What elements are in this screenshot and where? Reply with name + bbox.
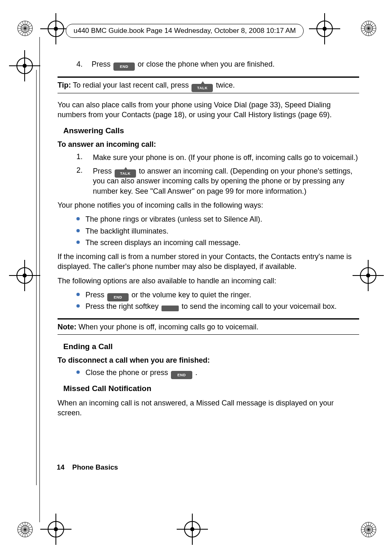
- step-4-text-after: or close the phone when you are finished…: [138, 60, 274, 68]
- tip-block: Tip: To redial your last recent call, pr…: [58, 80, 359, 90]
- registration-mark-bottom-right: [360, 521, 377, 538]
- crosshair-left-upper: [16, 58, 33, 74]
- tip-label: Tip:: [58, 81, 71, 89]
- option-2-before: Press the right softkey: [85, 302, 161, 310]
- tip-text-before: To redial your last recent call, press: [73, 81, 191, 89]
- option-1-before: Press: [85, 291, 106, 299]
- crosshair-right-mid: [360, 267, 376, 284]
- note-label: Note:: [58, 323, 76, 331]
- ending-call-heading: Ending a Call: [63, 341, 359, 352]
- missed-call-para: When an incoming call is not answered, a…: [58, 398, 359, 418]
- crosshair-bottom-left2: [48, 521, 64, 537]
- registration-mark-top-left: [16, 20, 34, 37]
- option-2: Press the right softkey to send the inco…: [76, 301, 359, 311]
- answer-step-1-text: Make sure your phone is on. (If your pho…: [93, 153, 359, 162]
- to-answer-subhead: To answer an incoming call:: [58, 139, 359, 149]
- crop-line-left2: [36, 70, 37, 485]
- answer-step-2-before: Press: [93, 167, 114, 175]
- notify-item-3: The screen displays an incoming call mes…: [76, 238, 359, 248]
- notify-item-1: The phone rings or vibrates (unless set …: [76, 214, 359, 224]
- notify-lead: Your phone notifies you of incoming call…: [58, 200, 359, 210]
- contacts-para: If the incoming call is from a number st…: [58, 252, 359, 272]
- answer-step-2: 2. Press TALK to answer an incoming call…: [76, 165, 359, 196]
- page-number: 14: [57, 463, 65, 471]
- note-block: Note: When your phone is off, incoming c…: [58, 322, 359, 332]
- section-name: Phone Basics: [72, 463, 118, 471]
- end-key-icon: END: [171, 369, 192, 377]
- page-footer: 14 Phone Basics: [57, 463, 118, 472]
- voice-dial-para: You can also place calls from your phone…: [58, 100, 359, 120]
- end-key-icon: END: [107, 291, 129, 299]
- note-rule-bottom: [58, 334, 359, 335]
- ending-before: Close the phone or press: [85, 368, 170, 377]
- running-header-text: u440 BMC Guide.book Page 14 Wednesday, O…: [66, 24, 304, 38]
- options-list: Press END or the volume key to quiet the…: [76, 290, 359, 312]
- missed-call-heading: Missed Call Notification: [63, 383, 359, 394]
- options-lead: The following options are also available…: [58, 276, 359, 286]
- to-disconnect-subhead: To disconnect a call when you are finish…: [58, 355, 359, 365]
- answer-step-2-num: 2.: [76, 165, 90, 175]
- page-content: 4. Press END or close the phone when you…: [58, 58, 359, 422]
- answer-step-1-num: 1.: [76, 152, 90, 162]
- step-4: 4. Press END or close the phone when you…: [76, 59, 359, 69]
- talk-key-icon: TALK: [115, 167, 136, 176]
- notify-item-2: The backlight illuminates.: [76, 226, 359, 236]
- option-1: Press END or the volume key to quiet the…: [76, 290, 359, 300]
- ending-list: Close the phone or press END .: [76, 368, 359, 377]
- note-rule-top: [58, 318, 359, 320]
- page-root: { "header": { "running_text": "u440 BMC …: [0, 0, 392, 558]
- ending-item: Close the phone or press END .: [76, 368, 359, 377]
- registration-mark-top-right: [360, 20, 377, 37]
- answering-calls-heading: Answering Calls: [63, 125, 359, 136]
- option-1-after: or the volume key to quiet the ringer.: [131, 291, 251, 299]
- step-4-text-before: Press: [92, 60, 113, 68]
- ending-after: .: [195, 368, 197, 377]
- tip-text-after: twice.: [216, 81, 235, 89]
- registration-mark-bottom-left: [16, 521, 34, 538]
- crosshair-bottom-center: [184, 521, 201, 537]
- tip-rule-top: [58, 76, 359, 78]
- crosshair-left-mid: [16, 267, 33, 284]
- notify-list: The phone rings or vibrates (unless set …: [76, 214, 359, 248]
- step-4-num: 4.: [76, 59, 90, 69]
- tip-rule-bottom: [58, 93, 359, 93]
- running-header: u440 BMC Guide.book Page 14 Wednesday, O…: [49, 23, 359, 39]
- softkey-icon: [161, 303, 179, 311]
- crop-line-left: [39, 37, 40, 522]
- end-key-icon: END: [113, 60, 135, 69]
- talk-key-icon: TALK: [191, 82, 213, 90]
- note-text: When your phone is off, incoming calls g…: [78, 323, 258, 331]
- answer-step-1: 1. Make sure your phone is on. (If your …: [76, 152, 359, 163]
- option-2-after: to send the incoming call to your voicem…: [182, 302, 337, 310]
